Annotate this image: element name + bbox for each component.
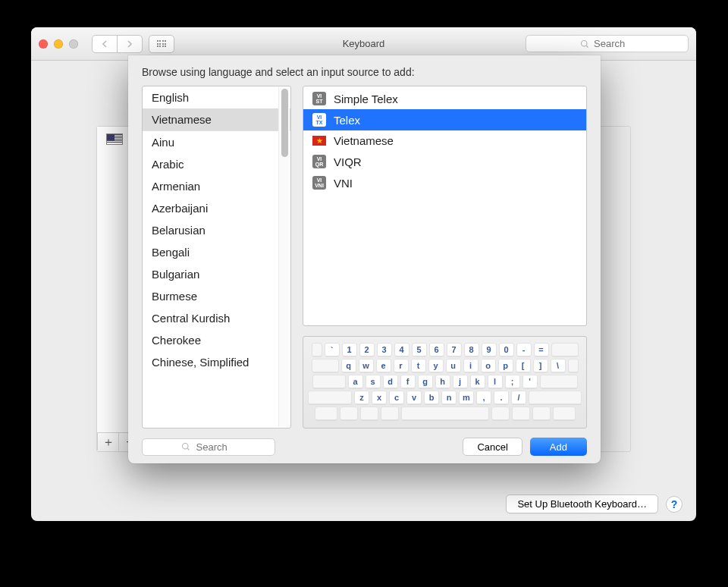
- keyboard-mod-key: [360, 407, 378, 420]
- input-source-label: Telex: [334, 114, 360, 127]
- keyboard-key: f: [400, 375, 416, 388]
- add-source-button[interactable]: ＋: [98, 433, 119, 451]
- keyboard-key: q: [341, 359, 356, 372]
- language-item[interactable]: Armenian: [143, 175, 290, 197]
- sheet-search-input[interactable]: [195, 441, 237, 454]
- cancel-button[interactable]: Cancel: [463, 438, 522, 456]
- keyboard-key: 1: [342, 343, 357, 356]
- keyboard-key: e: [376, 359, 391, 372]
- keyboard-mod-key: [512, 407, 530, 420]
- flag-vn-icon: ★: [312, 136, 326, 146]
- language-item[interactable]: English: [143, 86, 290, 108]
- keyboard-key: 9: [482, 343, 497, 356]
- input-source-label: VNI: [334, 177, 353, 190]
- keyboard-key: h: [435, 375, 450, 388]
- toolbar-search-input[interactable]: [592, 37, 634, 50]
- input-source-item[interactable]: VIVNIVNI: [303, 172, 586, 193]
- back-button[interactable]: [92, 35, 118, 53]
- language-item[interactable]: Belarusian: [143, 219, 290, 241]
- language-item[interactable]: Azerbaijani: [143, 197, 290, 219]
- keyboard-key: ': [522, 375, 538, 388]
- input-source-icon: VIVNI: [312, 176, 326, 190]
- bluetooth-keyboard-button[interactable]: Set Up Bluetooth Keyboard…: [506, 494, 658, 513]
- language-item[interactable]: Vietnamese: [143, 108, 290, 130]
- sheet-search[interactable]: [142, 438, 275, 456]
- keyboard-mod-key: [312, 359, 339, 372]
- keyboard-key: x: [372, 391, 387, 404]
- keyboard-key: d: [383, 375, 398, 388]
- keyboard-mod-key: [315, 407, 337, 420]
- keyboard-mod-key: [312, 375, 346, 388]
- keyboard-key: u: [446, 359, 461, 372]
- input-source-item[interactable]: VIQRVIQR: [303, 151, 586, 172]
- keyboard-key: z: [354, 391, 369, 404]
- input-source-icon: VITX: [312, 113, 326, 127]
- keyboard-key: w: [359, 359, 374, 372]
- keyboard-mod-key: [381, 407, 399, 420]
- keyboard-key: 5: [412, 343, 427, 356]
- language-item[interactable]: Burmese: [143, 285, 290, 307]
- keyboard-key: v: [406, 391, 422, 404]
- keyboard-mod-key: [491, 407, 510, 420]
- show-all-button[interactable]: [149, 35, 174, 53]
- keyboard-key: s: [366, 375, 381, 388]
- keyboard-key: p: [498, 359, 513, 372]
- keyboard-key: 4: [394, 343, 410, 356]
- zoom-window-button[interactable]: [69, 39, 78, 49]
- keyboard-key: .: [494, 391, 509, 404]
- language-item[interactable]: Bengali: [143, 241, 290, 263]
- keyboard-mod-key: [551, 343, 579, 356]
- add-button[interactable]: Add: [530, 438, 587, 456]
- input-source-list[interactable]: VISTSimple TelexVITXTelex★VietnameseVIQR…: [303, 86, 587, 326]
- close-window-button[interactable]: [39, 39, 48, 49]
- keyboard-mod-key: [401, 407, 489, 420]
- keyboard-key: j: [453, 375, 468, 388]
- keyboard-key: 8: [464, 343, 479, 356]
- flag-us-icon: [106, 133, 123, 145]
- back-forward-group: [92, 35, 143, 53]
- minimize-window-button[interactable]: [54, 39, 63, 49]
- keyboard-preview: `1234567890-=qwertyuiop[]\asdfghjkl;'zxc…: [303, 336, 587, 428]
- keyboard-key: 2: [359, 343, 375, 356]
- keyboard-key: 3: [377, 343, 392, 356]
- search-icon: [580, 39, 589, 49]
- language-item[interactable]: Bulgarian: [143, 263, 290, 285]
- input-source-item[interactable]: ★Vietnamese: [303, 130, 586, 151]
- keyboard-key: -: [516, 343, 532, 356]
- svg-point-1: [182, 444, 188, 450]
- input-source-item[interactable]: VISTSimple Telex: [303, 88, 586, 109]
- keyboard-key: g: [418, 375, 433, 388]
- keyboard-key: b: [424, 391, 439, 404]
- add-input-source-sheet: Browse using language and select an inpu…: [128, 55, 601, 463]
- scrollbar-thumb[interactable]: [281, 89, 288, 157]
- keyboard-mod-key: [540, 375, 578, 388]
- language-item[interactable]: Arabic: [143, 153, 290, 175]
- language-list[interactable]: EnglishVietnameseAinuArabicArmenianAzerb…: [142, 86, 291, 428]
- forward-button[interactable]: [117, 35, 143, 53]
- language-item[interactable]: Ainu: [143, 131, 290, 153]
- keyboard-mod-key: [532, 407, 551, 420]
- keyboard-mod-key: [529, 391, 582, 404]
- help-button[interactable]: ?: [666, 496, 682, 513]
- keyboard-key: [: [516, 359, 531, 372]
- keyboard-key: `: [325, 343, 340, 356]
- keyboard-mod-key: [568, 359, 579, 372]
- language-scrollbar[interactable]: [278, 87, 290, 427]
- language-item[interactable]: Central Kurdish: [143, 307, 290, 329]
- keyboard-key: ;: [505, 375, 520, 388]
- language-item[interactable]: Cherokee: [143, 329, 290, 351]
- toolbar-search[interactable]: [526, 35, 689, 52]
- keyboard-mod-key: [553, 407, 576, 420]
- keyboard-key: /: [511, 391, 526, 404]
- input-source-item[interactable]: VITXTelex: [303, 109, 586, 130]
- language-item[interactable]: Chinese, Simplified: [143, 351, 290, 373]
- keyboard-key: t: [411, 359, 426, 372]
- keyboard-mod-key: [308, 391, 352, 404]
- keyboard-key: i: [463, 359, 479, 372]
- keyboard-key: r: [394, 359, 409, 372]
- keyboard-mod-key: [312, 343, 322, 356]
- input-source-label: VIQR: [334, 155, 362, 168]
- chevron-right-icon: [126, 40, 133, 48]
- keyboard-key: k: [470, 375, 485, 388]
- keyboard-key: a: [348, 375, 363, 388]
